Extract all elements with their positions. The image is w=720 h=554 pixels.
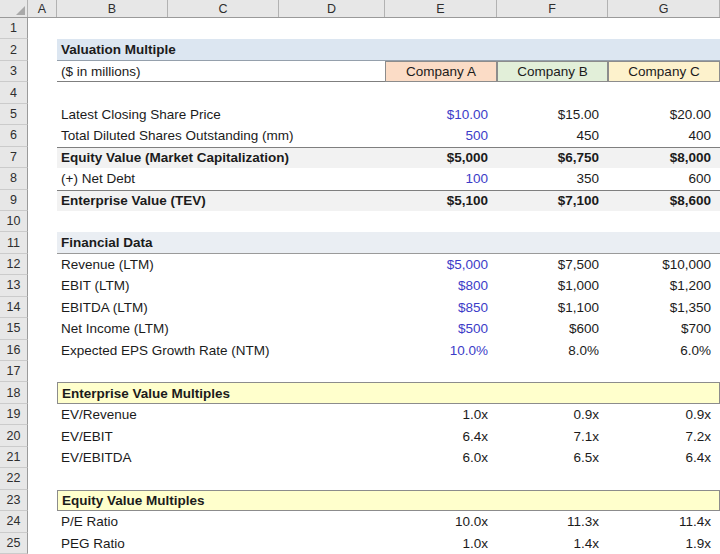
column-header-b[interactable]: B (57, 0, 168, 17)
cell-label[interactable]: EBIT (LTM) (57, 275, 385, 296)
empty-cell-a22[interactable] (28, 468, 57, 489)
empty-cell-a7[interactable] (28, 147, 57, 168)
cell-label[interactable]: EBITDA (LTM) (57, 297, 385, 318)
column-header-a[interactable]: A (28, 0, 57, 17)
cell-value[interactable]: 11.4x (608, 511, 720, 532)
cell-value[interactable]: 10.0x (385, 511, 497, 532)
cell-label[interactable]: EV/EBITDA (57, 447, 385, 468)
row-header-1[interactable]: 1 (0, 18, 28, 39)
empty-cells-row-10[interactable] (57, 211, 720, 232)
row-header-12[interactable]: 12 (0, 254, 28, 275)
empty-cell-a21[interactable] (28, 447, 57, 468)
cell-value[interactable]: $7,100 (497, 191, 608, 211)
empty-cell-a19[interactable] (28, 404, 57, 425)
row-header-11[interactable]: 11 (0, 232, 28, 253)
cell-label[interactable]: Expected EPS Growth Rate (NTM) (57, 340, 385, 361)
cell-value[interactable]: $10.00 (385, 104, 497, 125)
cell-value[interactable]: $500 (385, 318, 497, 339)
cell-value[interactable]: $15.00 (497, 104, 608, 125)
row-header-23[interactable]: 23 (0, 490, 28, 511)
empty-cells-row-22[interactable] (57, 468, 720, 489)
cell-value[interactable]: $600 (497, 318, 608, 339)
cell-value[interactable]: $5,100 (385, 191, 497, 211)
empty-cell-a18[interactable] (28, 382, 57, 403)
cell-value[interactable]: 6.0% (608, 340, 720, 361)
empty-cell-a11[interactable] (28, 232, 57, 253)
empty-cell-a24[interactable] (28, 511, 57, 532)
cell-value[interactable]: $1,200 (608, 275, 720, 296)
empty-cell-a23[interactable] (28, 490, 57, 511)
section-header-cell[interactable]: Enterprise Value Multiples (57, 382, 720, 403)
cell-value[interactable]: $10,000 (608, 254, 720, 275)
row-header-4[interactable]: 4 (0, 82, 28, 103)
row-header-9[interactable]: 9 (0, 190, 28, 211)
cell-value[interactable]: 400 (608, 125, 720, 146)
cell-label[interactable]: (+) Net Debt (57, 168, 385, 189)
cell-value[interactable]: 600 (608, 168, 720, 189)
cell-label[interactable]: Equity Value (Market Capitalization) (57, 148, 385, 168)
empty-cell-a3[interactable] (28, 61, 57, 82)
cell-value[interactable]: 0.9x (497, 404, 608, 425)
empty-cell-a12[interactable] (28, 254, 57, 275)
row-header-16[interactable]: 16 (0, 340, 28, 361)
company-header-cell-a[interactable]: Company A (385, 61, 497, 82)
row-header-6[interactable]: 6 (0, 125, 28, 146)
cell-label[interactable]: PEG Ratio (57, 533, 385, 554)
cell-value[interactable]: 7.1x (497, 425, 608, 446)
company-header-cell-b[interactable]: Company B (497, 61, 608, 82)
row-header-5[interactable]: 5 (0, 104, 28, 125)
row-header-15[interactable]: 15 (0, 318, 28, 339)
column-header-f[interactable]: F (497, 0, 608, 17)
empty-cell-a8[interactable] (28, 168, 57, 189)
column-header-e[interactable]: E (385, 0, 497, 17)
empty-cells-row-4[interactable] (57, 82, 720, 103)
column-header-g[interactable]: G (608, 0, 720, 17)
column-header-c[interactable]: C (168, 0, 279, 17)
empty-cell-a6[interactable] (28, 125, 57, 146)
cell-value[interactable]: 0.9x (608, 404, 720, 425)
empty-cell-a17[interactable] (28, 361, 57, 382)
cell-value[interactable]: 1.9x (608, 533, 720, 554)
row-header-7[interactable]: 7 (0, 147, 28, 168)
empty-cell-a20[interactable] (28, 425, 57, 446)
cell-value[interactable]: 1.4x (497, 533, 608, 554)
cell-value[interactable]: $5,000 (385, 254, 497, 275)
cell-value[interactable]: 6.0x (385, 447, 497, 468)
empty-cell-a15[interactable] (28, 318, 57, 339)
cell-value[interactable]: $20.00 (608, 104, 720, 125)
cell-label[interactable]: EV/Revenue (57, 404, 385, 425)
cell-value[interactable]: $8,000 (608, 148, 720, 168)
cell-value[interactable]: $1,000 (497, 275, 608, 296)
cell-label[interactable]: Latest Closing Share Price (57, 104, 385, 125)
cell-value[interactable]: 350 (497, 168, 608, 189)
empty-cells-row-17[interactable] (57, 361, 720, 382)
cell-value[interactable]: 10.0% (385, 340, 497, 361)
cell-value[interactable]: $1,100 (497, 297, 608, 318)
row-header-14[interactable]: 14 (0, 297, 28, 318)
row-header-24[interactable]: 24 (0, 511, 28, 532)
cell-label[interactable]: Total Diluted Shares Outstanding (mm) (57, 125, 385, 146)
row-header-21[interactable]: 21 (0, 447, 28, 468)
cell-value[interactable]: $7,500 (497, 254, 608, 275)
empty-cell-a9[interactable] (28, 190, 57, 211)
section-header-cell[interactable]: Valuation Multiple (57, 39, 720, 60)
empty-cell-a14[interactable] (28, 297, 57, 318)
empty-cell-a4[interactable] (28, 82, 57, 103)
cell-value[interactable]: $800 (385, 275, 497, 296)
cell-value[interactable]: $6,750 (497, 148, 608, 168)
cell-value[interactable]: 6.5x (497, 447, 608, 468)
cell-value[interactable]: $5,000 (385, 148, 497, 168)
cell-value[interactable]: 500 (385, 125, 497, 146)
cell-label[interactable]: Enterprise Value (TEV) (57, 191, 385, 211)
company-header-cell-c[interactable]: Company C (608, 61, 720, 82)
cell-label[interactable]: EV/EBIT (57, 425, 385, 446)
row-header-13[interactable]: 13 (0, 275, 28, 296)
empty-cell-a10[interactable] (28, 211, 57, 232)
cell-value[interactable]: 6.4x (385, 425, 497, 446)
empty-cell-a5[interactable] (28, 104, 57, 125)
column-header-d[interactable]: D (279, 0, 385, 17)
cell-value[interactable]: $700 (608, 318, 720, 339)
cell-label[interactable]: Revenue (LTM) (57, 254, 385, 275)
row-header-17[interactable]: 17 (0, 361, 28, 382)
cell-value[interactable]: 11.3x (497, 511, 608, 532)
